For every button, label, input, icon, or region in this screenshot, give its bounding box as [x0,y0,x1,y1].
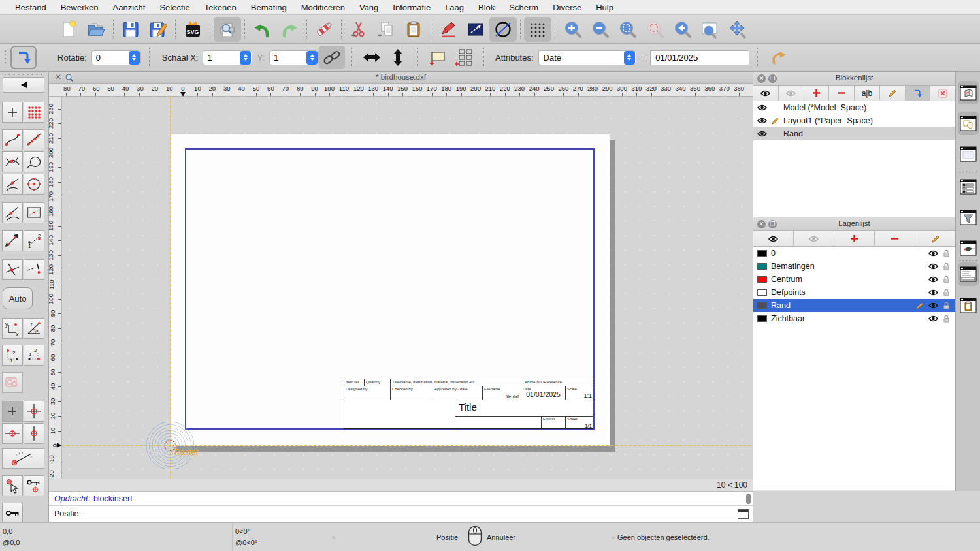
undo-button[interactable] [248,17,276,42]
stepper-icon[interactable] [624,51,635,65]
save-as-button[interactable] [144,17,172,42]
redo-button[interactable] [276,17,303,42]
dock-layer-filter-toggle[interactable] [958,206,979,229]
menu-scherm[interactable]: Scherm [502,3,546,12]
snap-middle-button[interactable] [2,174,23,195]
attribute-value-input[interactable] [650,50,749,65]
layer-row[interactable]: Bematingen [753,260,955,273]
zoom-window-button[interactable] [696,17,723,42]
snap-free-button[interactable] [2,102,23,123]
lock-icon[interactable] [943,249,950,258]
detach-command-window-button[interactable] [738,509,749,519]
draft-mode-button[interactable] [489,17,517,42]
dock-pen-wizard-toggle[interactable] [958,236,979,260]
menu-informatie[interactable]: Informatie [385,3,438,12]
snap-intersection-manual-button[interactable] [24,259,44,280]
dock-pen-palette-toggle[interactable] [958,142,979,166]
command-scrollbar[interactable] [746,494,751,504]
rename-block-button[interactable]: a|b [855,86,880,101]
lock-icon[interactable] [943,315,950,323]
restrict-vertical-button[interactable] [24,423,44,444]
eye-icon[interactable] [928,315,938,323]
layer-show-all-button[interactable] [753,231,794,246]
remove-layer-button[interactable] [875,231,915,246]
menu-tekenen[interactable]: Tekenen [197,3,244,12]
snap-grid-button[interactable] [24,102,44,123]
open-file-button[interactable] [82,17,110,42]
snap-auto-button[interactable]: Auto [3,287,33,309]
grid-toggle-button[interactable] [524,17,551,42]
lock-relative-zero-button[interactable] [24,475,44,496]
snap-nearest-button[interactable] [2,202,23,223]
delete-block-button[interactable] [930,86,955,101]
menu-aanzicht[interactable]: Aanzicht [106,3,153,12]
block-show-all-button[interactable] [753,86,779,101]
snap-intersection-button[interactable] [2,259,23,280]
restrict-horizontal-button[interactable] [2,423,23,444]
snap-on-entity-button[interactable] [24,129,44,150]
menu-selectie[interactable]: Selectie [152,3,197,12]
zoom-out-button[interactable] [586,17,613,42]
attributes-select[interactable]: Date [538,50,636,65]
remove-block-button[interactable] [829,86,855,101]
schaal-y-spinner[interactable] [269,50,319,65]
palette-back-button[interactable] [3,77,44,93]
layer-hide-all-button[interactable] [794,231,834,246]
stepper-icon[interactable] [306,51,318,65]
export-svg-button[interactable]: SVG [179,17,206,42]
rotatie-spinner[interactable] [91,50,141,65]
save-button[interactable] [117,17,144,42]
ordinate-xy-button[interactable]: 12 [2,345,23,366]
ordinate-yx-button[interactable]: 12 [24,345,44,366]
single-insert-button[interactable] [425,46,451,69]
restrict-nothing-button[interactable] [2,401,23,422]
lock-icon[interactable] [943,289,950,297]
rotatie-input[interactable] [92,53,129,63]
snap-distance-button[interactable]: 12 [24,230,44,251]
link-scale-button[interactable] [319,46,345,69]
pencil-icon[interactable] [771,117,779,125]
lock-icon[interactable] [943,276,950,284]
eye-icon[interactable] [757,130,767,138]
layer-row[interactable]: Rand [753,299,955,312]
snap-center-button[interactable] [24,174,44,195]
schaal-y-input[interactable] [270,53,306,63]
eye-icon[interactable] [757,117,767,125]
stepper-icon[interactable] [240,51,251,65]
zoom-selection-button[interactable] [641,17,668,42]
stepper-icon[interactable] [129,51,140,65]
flip-vertical-button[interactable] [385,46,411,69]
cut-button[interactable] [345,17,372,42]
block-row[interactable]: Rand [753,127,955,140]
eye-icon[interactable] [928,302,938,309]
menu-bemating[interactable]: Bemating [244,3,294,12]
snap-endpoints-button[interactable] [2,129,23,150]
menu-diverse[interactable]: Diverse [546,3,589,12]
schaal-x-spinner[interactable] [203,50,252,65]
select-entity-button[interactable] [462,17,489,42]
revert-button[interactable] [766,46,792,69]
layer-row[interactable]: Zichtbaar [753,312,955,325]
palette-handle[interactable] [3,73,43,76]
snap-tangent-button[interactable] [24,151,44,172]
menu-blok[interactable]: Blok [471,3,502,12]
insert-block-button[interactable] [906,86,931,101]
add-block-button[interactable] [804,86,830,101]
zoom-in-button[interactable] [559,17,586,42]
print-preview-button[interactable] [214,17,241,42]
delete-button[interactable] [310,17,338,42]
menu-vang[interactable]: Vang [352,3,385,12]
eye-icon[interactable] [928,276,938,283]
drawing-canvas[interactable]: Item ref Quantity Title/Name, destinatio… [62,97,753,479]
paste-button[interactable] [400,17,427,42]
pencil-icon[interactable] [915,302,924,310]
new-document-button[interactable] [55,17,82,42]
add-layer-button[interactable] [834,231,875,246]
zoom-auto-button[interactable] [613,17,641,42]
dock-library-browser-toggle[interactable] [958,112,979,135]
schaal-x-input[interactable] [203,53,240,63]
dock-block-list-toggle[interactable] [958,81,979,104]
menu-laag[interactable]: Laag [438,3,471,12]
lock-layer-button[interactable] [2,503,23,524]
dock-layer-list-toggle[interactable] [958,175,979,198]
